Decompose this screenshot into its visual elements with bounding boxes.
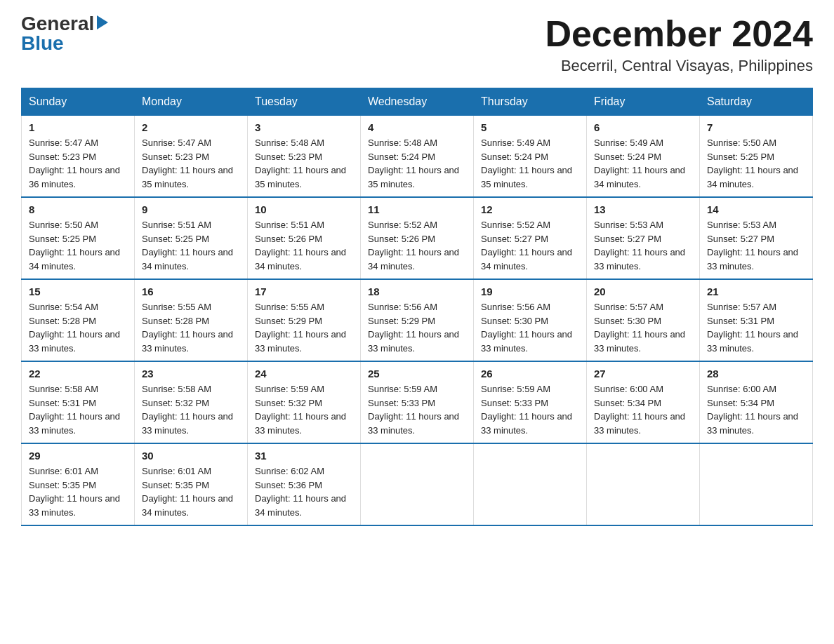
day-number: 3 — [255, 121, 353, 133]
day-info: Sunrise: 5:59 AMSunset: 5:32 PMDaylight:… — [255, 384, 346, 436]
calendar-cell: 14 Sunrise: 5:53 AMSunset: 5:27 PMDaylig… — [700, 197, 813, 279]
day-number: 19 — [481, 286, 579, 297]
calendar-cell: 10 Sunrise: 5:51 AMSunset: 5:26 PMDaylig… — [248, 197, 361, 279]
day-number: 13 — [594, 203, 692, 215]
calendar-week-row: 29 Sunrise: 6:01 AMSunset: 5:35 PMDaylig… — [22, 443, 813, 525]
day-number: 23 — [142, 368, 240, 380]
day-number: 29 — [29, 450, 127, 462]
calendar-week-row: 8 Sunrise: 5:50 AMSunset: 5:25 PMDayligh… — [22, 197, 813, 279]
calendar-cell: 23 Sunrise: 5:58 AMSunset: 5:32 PMDaylig… — [135, 361, 248, 443]
day-info: Sunrise: 5:57 AMSunset: 5:30 PMDaylight:… — [594, 302, 685, 354]
day-info: Sunrise: 5:56 AMSunset: 5:30 PMDaylight:… — [481, 302, 572, 354]
day-number: 5 — [481, 121, 579, 133]
calendar-cell: 30 Sunrise: 6:01 AMSunset: 5:35 PMDaylig… — [135, 443, 248, 525]
day-number: 9 — [142, 203, 240, 215]
calendar-cell: 20 Sunrise: 5:57 AMSunset: 5:30 PMDaylig… — [587, 279, 700, 361]
day-info: Sunrise: 5:48 AMSunset: 5:24 PMDaylight:… — [368, 137, 459, 189]
day-number: 30 — [142, 450, 240, 462]
day-number: 8 — [29, 203, 127, 215]
calendar-cell — [700, 443, 813, 525]
day-number: 4 — [368, 121, 466, 133]
day-number: 20 — [594, 286, 692, 297]
day-info: Sunrise: 6:02 AMSunset: 5:36 PMDaylight:… — [255, 466, 346, 518]
weekday-header-thursday: Thursday — [474, 88, 587, 116]
day-info: Sunrise: 5:55 AMSunset: 5:28 PMDaylight:… — [142, 302, 233, 354]
day-number: 16 — [142, 286, 240, 297]
calendar-cell: 18 Sunrise: 5:56 AMSunset: 5:29 PMDaylig… — [361, 279, 474, 361]
day-info: Sunrise: 5:58 AMSunset: 5:31 PMDaylight:… — [29, 384, 120, 436]
calendar-cell: 24 Sunrise: 5:59 AMSunset: 5:32 PMDaylig… — [248, 361, 361, 443]
calendar-cell — [587, 443, 700, 525]
day-info: Sunrise: 5:50 AMSunset: 5:25 PMDaylight:… — [29, 220, 120, 271]
day-number: 28 — [707, 368, 805, 380]
calendar-cell: 5 Sunrise: 5:49 AMSunset: 5:24 PMDayligh… — [474, 116, 587, 198]
calendar-cell: 7 Sunrise: 5:50 AMSunset: 5:25 PMDayligh… — [700, 116, 813, 198]
day-number: 14 — [707, 203, 805, 215]
calendar-cell: 19 Sunrise: 5:56 AMSunset: 5:30 PMDaylig… — [474, 279, 587, 361]
day-info: Sunrise: 5:59 AMSunset: 5:33 PMDaylight:… — [481, 384, 572, 436]
day-number: 11 — [368, 203, 466, 215]
logo-general-text: General — [21, 14, 94, 34]
day-info: Sunrise: 5:52 AMSunset: 5:27 PMDaylight:… — [481, 220, 572, 271]
calendar-cell: 12 Sunrise: 5:52 AMSunset: 5:27 PMDaylig… — [474, 197, 587, 279]
calendar-cell: 9 Sunrise: 5:51 AMSunset: 5:25 PMDayligh… — [135, 197, 248, 279]
day-number: 31 — [255, 450, 353, 462]
day-number: 21 — [707, 286, 805, 297]
calendar-cell: 1 Sunrise: 5:47 AMSunset: 5:23 PMDayligh… — [22, 116, 135, 198]
weekday-header-row: SundayMondayTuesdayWednesdayThursdayFrid… — [22, 88, 813, 116]
day-info: Sunrise: 5:53 AMSunset: 5:27 PMDaylight:… — [594, 220, 685, 271]
weekday-header-sunday: Sunday — [22, 88, 135, 116]
day-info: Sunrise: 5:51 AMSunset: 5:25 PMDaylight:… — [142, 220, 233, 271]
month-title: December 2024 — [545, 14, 813, 54]
calendar-week-row: 22 Sunrise: 5:58 AMSunset: 5:31 PMDaylig… — [22, 361, 813, 443]
calendar-cell: 28 Sunrise: 6:00 AMSunset: 5:34 PMDaylig… — [700, 361, 813, 443]
day-info: Sunrise: 5:55 AMSunset: 5:29 PMDaylight:… — [255, 302, 346, 354]
day-info: Sunrise: 5:49 AMSunset: 5:24 PMDaylight:… — [481, 137, 572, 189]
day-info: Sunrise: 5:49 AMSunset: 5:24 PMDaylight:… — [594, 137, 685, 189]
calendar-cell: 27 Sunrise: 6:00 AMSunset: 5:34 PMDaylig… — [587, 361, 700, 443]
day-number: 10 — [255, 203, 353, 215]
day-info: Sunrise: 5:47 AMSunset: 5:23 PMDaylight:… — [142, 137, 233, 189]
calendar-cell: 4 Sunrise: 5:48 AMSunset: 5:24 PMDayligh… — [361, 116, 474, 198]
calendar-cell: 8 Sunrise: 5:50 AMSunset: 5:25 PMDayligh… — [22, 197, 135, 279]
weekday-header-friday: Friday — [587, 88, 700, 116]
day-info: Sunrise: 5:50 AMSunset: 5:25 PMDaylight:… — [707, 137, 798, 189]
day-info: Sunrise: 5:52 AMSunset: 5:26 PMDaylight:… — [368, 220, 459, 271]
logo-blue-text: Blue — [21, 34, 64, 53]
title-area: December 2024 Becerril, Central Visayas,… — [545, 14, 813, 75]
day-number: 12 — [481, 203, 579, 215]
calendar-cell: 3 Sunrise: 5:48 AMSunset: 5:23 PMDayligh… — [248, 116, 361, 198]
calendar-cell — [361, 443, 474, 525]
day-number: 18 — [368, 286, 466, 297]
calendar-cell: 21 Sunrise: 5:57 AMSunset: 5:31 PMDaylig… — [700, 279, 813, 361]
logo-arrow-icon — [97, 15, 108, 29]
day-number: 24 — [255, 368, 353, 380]
page-header: General Blue December 2024 Becerril, Cen… — [21, 14, 813, 75]
weekday-header-tuesday: Tuesday — [248, 88, 361, 116]
calendar-cell: 16 Sunrise: 5:55 AMSunset: 5:28 PMDaylig… — [135, 279, 248, 361]
calendar-cell: 15 Sunrise: 5:54 AMSunset: 5:28 PMDaylig… — [22, 279, 135, 361]
day-info: Sunrise: 6:01 AMSunset: 5:35 PMDaylight:… — [142, 466, 233, 518]
day-number: 15 — [29, 286, 127, 297]
day-info: Sunrise: 5:47 AMSunset: 5:23 PMDaylight:… — [29, 137, 120, 189]
calendar-cell: 13 Sunrise: 5:53 AMSunset: 5:27 PMDaylig… — [587, 197, 700, 279]
day-info: Sunrise: 5:53 AMSunset: 5:27 PMDaylight:… — [707, 220, 798, 271]
location-title: Becerril, Central Visayas, Philippines — [545, 57, 813, 75]
day-number: 6 — [594, 121, 692, 133]
weekday-header-monday: Monday — [135, 88, 248, 116]
calendar-week-row: 1 Sunrise: 5:47 AMSunset: 5:23 PMDayligh… — [22, 116, 813, 198]
day-number: 17 — [255, 286, 353, 297]
day-info: Sunrise: 5:59 AMSunset: 5:33 PMDaylight:… — [368, 384, 459, 436]
calendar-week-row: 15 Sunrise: 5:54 AMSunset: 5:28 PMDaylig… — [22, 279, 813, 361]
day-number: 1 — [29, 121, 127, 133]
day-info: Sunrise: 5:48 AMSunset: 5:23 PMDaylight:… — [255, 137, 346, 189]
day-number: 22 — [29, 368, 127, 380]
day-info: Sunrise: 5:58 AMSunset: 5:32 PMDaylight:… — [142, 384, 233, 436]
logo: General Blue — [21, 14, 108, 53]
calendar-cell: 6 Sunrise: 5:49 AMSunset: 5:24 PMDayligh… — [587, 116, 700, 198]
calendar-table: SundayMondayTuesdayWednesdayThursdayFrid… — [21, 88, 813, 526]
day-info: Sunrise: 6:01 AMSunset: 5:35 PMDaylight:… — [29, 466, 120, 518]
calendar-cell: 11 Sunrise: 5:52 AMSunset: 5:26 PMDaylig… — [361, 197, 474, 279]
day-number: 7 — [707, 121, 805, 133]
day-number: 27 — [594, 368, 692, 380]
